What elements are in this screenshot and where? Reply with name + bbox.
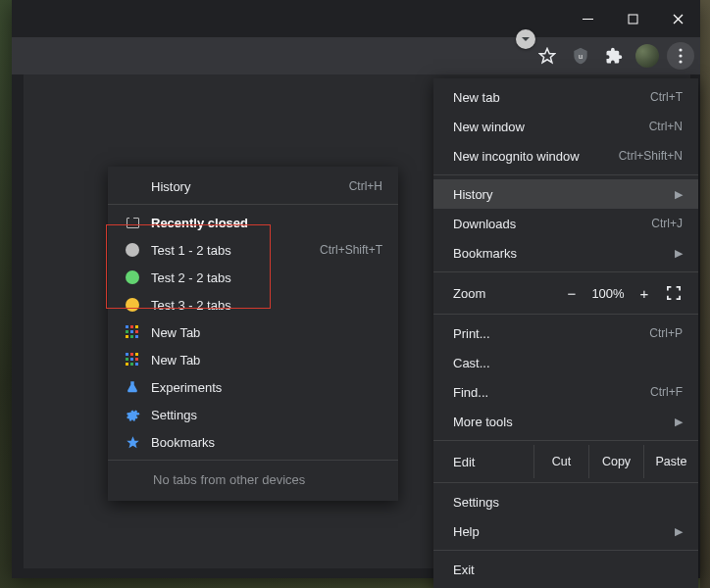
favicon-flask-icon [124,380,141,394]
chrome-menu-button[interactable] [667,42,694,70]
recently-closed-page[interactable]: New Tab [108,318,398,346]
menu-label: History [453,187,675,202]
window-titlebar [12,0,700,37]
heading-label: Recently closed [151,216,382,230]
menu-label: History [151,179,339,194]
favicon-apps-icon [124,325,141,339]
edit-label: Edit [433,445,533,478]
menu-separator [433,482,698,483]
menu-label: New window [453,120,649,134]
group-color-icon [124,243,141,257]
page-label: Experiments [151,380,382,395]
menu-exit[interactable]: Exit [433,555,698,584]
menu-separator [108,460,398,461]
recently-closed-group[interactable]: Test 3 - 2 tabs [108,291,398,318]
menu-cast[interactable]: Cast... [433,348,698,377]
menu-bookmarks[interactable]: Bookmarks ▶ [433,238,698,268]
zoom-in-button[interactable]: + [630,285,659,302]
group-color-icon [124,298,141,312]
menu-label: Exit [453,563,683,577]
menu-find[interactable]: Find... Ctrl+F [433,377,698,407]
menu-print[interactable]: Print... Ctrl+P [433,318,698,348]
edit-cut-button[interactable]: Cut [533,445,588,478]
recently-closed-heading: Recently closed [108,209,398,236]
menu-label: New incognito window [453,149,619,164]
group-label: Test 2 - 2 tabs [151,270,382,285]
group-color-icon [124,270,141,284]
menu-separator [433,550,698,551]
menu-label: Print... [453,326,649,341]
favicon-gear-icon [124,408,141,422]
menu-label: Downloads [453,217,651,231]
chevron-right-icon: ▶ [675,416,683,428]
zoom-label: Zoom [453,286,557,301]
recently-closed-page[interactable]: New Tab [108,346,398,373]
menu-shortcut: Ctrl+H [349,179,382,193]
history-submenu: History Ctrl+H Recently closed Test 1 - … [108,167,398,501]
menu-separator [433,440,698,441]
page-label: New Tab [151,325,382,340]
menu-shortcut: Ctrl+T [650,90,683,104]
recently-closed-page[interactable]: Experiments [108,373,398,401]
page-label: New Tab [151,353,382,368]
menu-downloads[interactable]: Downloads Ctrl+J [433,209,698,238]
desktop-edge [700,0,710,588]
extensions-puzzle-icon[interactable] [600,42,628,70]
window-icon [124,218,141,228]
ublock-extension-icon[interactable]: u [567,42,594,70]
menu-separator [433,271,698,272]
recently-closed-group[interactable]: Test 1 - 2 tabs Ctrl+Shift+T [108,236,398,264]
favicon-star-icon [124,435,141,450]
svg-marker-9 [127,436,139,448]
menu-separator [433,174,698,175]
chrome-main-menu: New tab Ctrl+T New window Ctrl+N New inc… [433,78,698,588]
edit-copy-button[interactable]: Copy [588,445,643,478]
menu-separator [433,314,698,315]
recently-closed-page[interactable]: Bookmarks [108,428,398,456]
group-label: Test 1 - 2 tabs [151,243,310,258]
page-label: Bookmarks [151,435,382,450]
edit-paste-button[interactable]: Paste [643,445,698,478]
window-minimize-button[interactable] [565,0,610,37]
zoom-out-button[interactable]: − [557,285,586,302]
menu-help[interactable]: Help ▶ [433,516,698,546]
menu-shortcut: Ctrl+Shift+T [320,243,382,257]
svg-text:u: u [579,52,583,61]
menu-history[interactable]: History ▶ [433,179,698,209]
menu-new-window[interactable]: New window Ctrl+N [433,112,698,141]
zoom-percent: 100% [586,286,630,301]
menu-zoom: Zoom − 100% + [433,276,698,310]
menu-new-tab[interactable]: New tab Ctrl+T [433,82,698,112]
menu-label: More tools [453,415,675,429]
group-label: Test 3 - 2 tabs [151,298,382,313]
menu-shortcut: Ctrl+Shift+N [619,149,683,163]
no-other-devices-text: No tabs from other devices [108,465,398,495]
svg-rect-1 [629,15,637,24]
chevron-right-icon: ▶ [675,525,683,538]
bookmark-star-icon[interactable] [533,42,561,70]
menu-label: Cast... [453,356,683,370]
svg-point-8 [679,60,682,63]
toolbar: u [12,37,700,74]
profile-avatar[interactable] [634,42,661,70]
history-open-full[interactable]: History Ctrl+H [108,172,398,200]
fullscreen-button[interactable] [659,286,688,300]
recently-closed-group[interactable]: Test 2 - 2 tabs [108,264,398,291]
window-maximize-button[interactable] [610,0,655,37]
menu-edit-row: Edit Cut Copy Paste [433,445,698,478]
favicon-apps-icon [124,353,141,367]
tab-search-button[interactable] [516,29,535,49]
chevron-right-icon: ▶ [675,188,683,201]
menu-label: Settings [453,495,683,510]
menu-new-incognito[interactable]: New incognito window Ctrl+Shift+N [433,141,698,171]
menu-more-tools[interactable]: More tools ▶ [433,407,698,436]
menu-separator [108,204,398,205]
menu-label: Bookmarks [453,246,675,261]
window-close-button[interactable] [655,0,700,37]
menu-label: Help [453,524,675,539]
svg-point-6 [679,48,682,51]
chevron-right-icon: ▶ [675,247,683,260]
menu-settings[interactable]: Settings [433,487,698,516]
menu-shortcut: Ctrl+N [649,120,683,133]
recently-closed-page[interactable]: Settings [108,401,398,428]
